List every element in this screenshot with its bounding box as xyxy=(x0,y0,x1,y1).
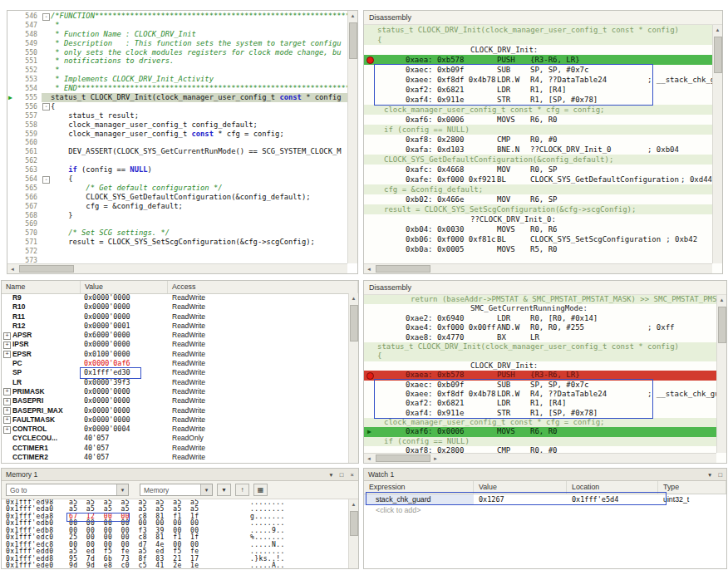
register-value[interactable]: 0x0000'0000 xyxy=(81,387,168,396)
fold-margin[interactable] xyxy=(42,130,51,139)
breakpoint-gutter[interactable] xyxy=(364,135,377,145)
scrollbar-thumb[interactable] xyxy=(350,511,358,536)
fold-margin[interactable] xyxy=(42,93,51,102)
disassembly-instruction[interactable]: 0xaee: 0xf8df 0x4b78LDR.WR4, ??DataTable… xyxy=(364,75,712,85)
breakpoint-gutter[interactable] xyxy=(364,333,377,342)
disassembly-horizontal-scrollbar[interactable]: ◄ ► xyxy=(364,453,716,463)
fold-margin[interactable] xyxy=(42,156,51,165)
register-value[interactable]: 0x0000'0000 xyxy=(81,312,168,322)
expand-icon[interactable]: + xyxy=(3,407,11,415)
code-line[interactable]: 548 * Function Name : CLOCK_DRV_Init xyxy=(7,30,347,39)
disassembly-source-line[interactable]: status_t CLOCK_DRV_Init(clock_manager_us… xyxy=(364,342,716,351)
fold-margin[interactable] xyxy=(42,238,51,247)
disassembly-instruction[interactable]: 0xafe: 0xf000 0xf921BLCLOCK_SYS_GetDefau… xyxy=(364,174,712,184)
panel-menu-icon[interactable]: ▾ xyxy=(708,471,711,479)
code-line[interactable]: 550 * only sets the clock modules regist… xyxy=(7,48,347,57)
register-row[interactable]: R100x0000'0000ReadWrite xyxy=(2,302,348,312)
register-row[interactable]: CYCLECOU...40'057ReadOnly xyxy=(2,434,348,443)
register-row[interactable]: CCTIMER240'057ReadWrite xyxy=(2,453,348,462)
scroll-up-icon[interactable]: ▲ xyxy=(349,499,359,509)
code-line[interactable]: 568 } xyxy=(7,211,347,220)
disassembly-instruction[interactable]: 0xaf6: 0x0006MOVSR6, R0 xyxy=(364,115,712,125)
fold-margin[interactable]: - xyxy=(42,102,51,111)
scrollbar-thumb[interactable] xyxy=(718,307,726,343)
breakpoint-gutter[interactable] xyxy=(364,115,377,125)
fold-margin[interactable] xyxy=(42,165,51,174)
breakpoint-gutter[interactable] xyxy=(364,194,377,204)
editor-vertical-scrollbar[interactable]: ▲ xyxy=(347,11,357,263)
disassembly-label[interactable]: CLOCK_DRV_Init: xyxy=(364,45,712,55)
scrollbar-thumb[interactable] xyxy=(349,22,357,59)
disassembly-instruction[interactable]: 0xafc: 0x4668MOVR0, SP xyxy=(364,165,712,174)
close-icon[interactable]: × xyxy=(351,471,354,479)
breakpoint-gutter[interactable] xyxy=(364,35,377,45)
disassembly-instruction[interactable]: 0xaf2: 0x6821LDRR1, [R4] xyxy=(364,85,712,95)
disassembly-instruction[interactable]: 0xae4: 0xf000 0x00ffAND.WR0, R0, #255; 0… xyxy=(364,323,716,332)
register-value[interactable]: 0x0000'0000 xyxy=(81,302,168,312)
memory-row[interactable]: 0x1fff'ede09d 9d e8 c0 c5 41 2e 1e.....A… xyxy=(2,563,348,568)
fold-margin[interactable] xyxy=(42,66,51,75)
disassembly-source-line[interactable]: cfg = &config_default; xyxy=(364,184,712,194)
scroll-up-icon[interactable]: ▲ xyxy=(349,293,359,303)
watch-row[interactable]: <click to add> xyxy=(364,505,726,516)
scrollbar-thumb[interactable] xyxy=(350,305,358,342)
scrollbar-thumb[interactable] xyxy=(376,455,430,462)
disassembly-instruction[interactable]: 0xb04: 0x0030MOVSR0, R6 xyxy=(364,224,712,234)
code-line[interactable]: 572 xyxy=(7,247,347,256)
breakpoint-gutter[interactable]: ▶ xyxy=(364,427,377,436)
disassembly-instruction[interactable]: 0xae2: 0x6940LDRR0, [R0, #0x14] xyxy=(364,314,716,323)
disassembly-instruction[interactable]: 0xafa: 0xd103BNE.N??CLOCK_DRV_Init_0; 0x… xyxy=(364,145,712,155)
registers-vertical-scrollbar[interactable]: ▲ xyxy=(348,293,358,463)
disassembly-source-line[interactable]: if (config == NULL) xyxy=(364,125,712,135)
scroll-left-icon[interactable]: ◄ xyxy=(364,264,374,274)
breakpoint-gutter[interactable] xyxy=(364,446,377,453)
register-value[interactable]: 0x6000'0000 xyxy=(81,331,168,340)
register-value[interactable]: 40'057 xyxy=(81,453,168,462)
disassembly-instruction[interactable]: 0xaf4: 0x911eSTRR1, [SP, #0x78] xyxy=(364,95,712,105)
register-row[interactable]: LR0x0000'39f3ReadWrite xyxy=(2,378,348,387)
scroll-up-icon[interactable]: ▲ xyxy=(348,11,358,21)
register-value[interactable]: 0x1fff'ed30 xyxy=(81,368,168,377)
code-line[interactable]: 553 * Implements CLOCK_DRV_Init_Activity xyxy=(7,75,347,84)
code-line[interactable]: 571 result = CLOCK_SYS_SetScgConfigurati… xyxy=(7,238,347,247)
breakpoint-gutter[interactable] xyxy=(364,314,377,323)
fold-toggle-icon[interactable]: - xyxy=(42,176,50,184)
code-line[interactable]: 559 clock_manager_user_config_t const * … xyxy=(7,130,347,139)
watch-expression[interactable]: stack_chk_guard xyxy=(364,494,474,505)
code-line[interactable]: 573 xyxy=(7,256,347,263)
code-line[interactable]: 564- { xyxy=(7,174,347,184)
fold-margin[interactable] xyxy=(42,84,51,93)
code-line[interactable]: 556-{ xyxy=(7,102,347,111)
register-row[interactable]: IPSR+0x0000'0000ReadWrite xyxy=(2,340,348,349)
register-value[interactable]: 40'057 xyxy=(81,434,168,443)
code-line[interactable]: 558 clock_manager_user_config_t config_d… xyxy=(7,120,347,130)
fold-margin[interactable] xyxy=(42,75,51,84)
breakpoint-gutter[interactable] xyxy=(364,105,377,115)
register-row[interactable]: EPSR+0x0100'0000ReadWrite xyxy=(2,350,348,359)
fold-margin[interactable] xyxy=(42,111,51,120)
scroll-left-icon[interactable]: ◄ xyxy=(7,264,17,274)
register-value[interactable]: 40'057 xyxy=(81,444,168,453)
register-row[interactable]: BASEPRI+0x0000'0000ReadWrite xyxy=(2,396,348,405)
code-line[interactable]: 560 xyxy=(7,138,347,147)
fold-margin[interactable] xyxy=(42,39,51,48)
breakpoint-gutter[interactable] xyxy=(364,295,377,304)
code-line[interactable]: 570 /* Set SCG settings. */ xyxy=(7,228,347,238)
breakpoint-gutter[interactable] xyxy=(364,244,377,254)
disassembly-source-line[interactable]: clock_manager_user_config_t const * cfg … xyxy=(364,418,716,427)
disassembly-instruction[interactable]: 0xb0a: 0x0005MOVSR5, R0 xyxy=(364,244,712,254)
goto-address-combobox[interactable]: Go to ▾ xyxy=(6,484,129,496)
code-line[interactable]: 546-/*FUNCTION**************************… xyxy=(7,12,347,21)
register-value[interactable]: 0x0000'0000 xyxy=(81,406,168,415)
register-row[interactable]: SP0x1fff'ed30ReadWrite xyxy=(2,368,348,377)
fold-margin[interactable] xyxy=(42,202,51,211)
register-row[interactable]: CONTROL+0x0000'0004ReadWrite xyxy=(2,425,348,434)
fold-margin[interactable] xyxy=(42,256,51,263)
disassembly-instruction[interactable]: 0xaea: 0xb578PUSH{R3-R6, LR} xyxy=(364,55,712,65)
code-line[interactable]: 569 xyxy=(7,219,347,228)
scroll-up-icon[interactable]: ▲ xyxy=(713,25,723,35)
register-value[interactable]: 0x0000'0004 xyxy=(81,425,168,434)
expand-icon[interactable]: + xyxy=(3,351,11,358)
float-window-icon[interactable]: □ xyxy=(718,471,722,479)
code-line[interactable]: 554 * END*******************************… xyxy=(7,84,347,93)
